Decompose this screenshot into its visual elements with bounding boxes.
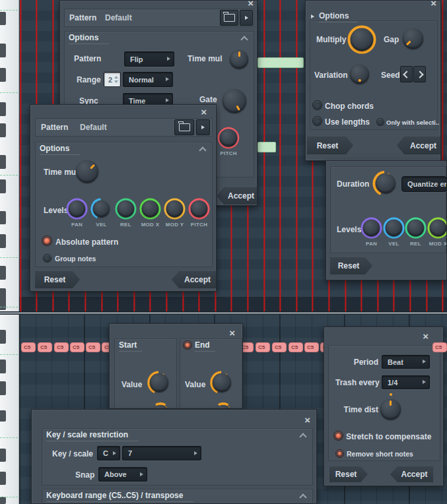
use-lengths-radio[interactable] — [313, 117, 322, 125]
trash-every-select[interactable]: 1/4 — [382, 375, 430, 389]
chop-chords-radio[interactable] — [313, 101, 322, 110]
black-key[interactable] — [0, 211, 6, 224]
note-c5[interactable]: C5 — [86, 342, 100, 352]
black-key[interactable] — [0, 102, 6, 116]
reset-button[interactable]: Reset — [35, 271, 80, 288]
period-select[interactable]: Beat — [382, 355, 430, 369]
black-key[interactable] — [0, 123, 6, 137]
range-mode-select[interactable]: Normal — [123, 72, 173, 87]
multiply-knob[interactable] — [347, 24, 377, 55]
note-c5[interactable]: C5 — [21, 342, 36, 352]
variation-knob[interactable] — [349, 64, 370, 84]
pattern-value[interactable]: Default — [80, 123, 107, 132]
note-c5[interactable]: C5 — [256, 342, 270, 352]
black-key[interactable] — [0, 449, 6, 462]
note-c5[interactable]: C5 — [272, 342, 287, 352]
black-key[interactable] — [0, 155, 6, 169]
close-icon[interactable]: × — [248, 0, 254, 7]
pattern-menu-button[interactable] — [240, 10, 253, 26]
note-c5[interactable]: C5 — [70, 342, 85, 352]
level-rel-knob[interactable] — [115, 198, 137, 220]
black-key[interactable] — [0, 12, 6, 25]
black-key[interactable] — [0, 360, 6, 373]
duration-knob[interactable] — [372, 170, 399, 197]
gate-knob[interactable] — [222, 88, 247, 113]
reset-button[interactable]: Reset — [330, 257, 372, 274]
stretch-label: Stretch to compensate — [346, 432, 431, 441]
pattern-menu-button[interactable] — [196, 119, 210, 135]
black-key[interactable] — [0, 179, 6, 193]
note-c5[interactable]: C5 — [54, 342, 69, 352]
time-mul-knob[interactable] — [75, 160, 99, 183]
accept-button[interactable]: Accept — [172, 271, 217, 288]
black-key[interactable] — [0, 472, 6, 485]
remove-short-radio[interactable] — [336, 450, 343, 457]
pitch-knob[interactable] — [217, 127, 240, 149]
collapse-chevron-icon[interactable] — [299, 433, 306, 440]
gap-knob[interactable] — [402, 28, 424, 49]
accept-button[interactable]: Accept — [217, 187, 258, 205]
options-collapse-icon[interactable] — [311, 15, 314, 18]
close-icon[interactable]: × — [304, 416, 310, 424]
open-pattern-button[interactable] — [220, 10, 238, 26]
level-modx-knob[interactable] — [427, 217, 447, 239]
reset-button[interactable]: Reset — [307, 137, 353, 154]
start-value-knob[interactable] — [147, 370, 172, 395]
group-notes-radio[interactable] — [44, 255, 51, 262]
level-pan-knob[interactable] — [66, 198, 88, 220]
absolute-pattern-radio[interactable] — [42, 236, 52, 245]
snap-select[interactable]: Above — [98, 467, 147, 482]
stretch-radio[interactable] — [334, 431, 343, 440]
collapse-chevron-icon[interactable] — [240, 36, 248, 43]
note-c5[interactable]: C5 — [289, 342, 303, 352]
close-icon[interactable]: × — [423, 332, 429, 340]
note-c5[interactable]: C5 — [304, 342, 319, 352]
end-range-knob[interactable] — [212, 402, 234, 409]
time-mul-knob[interactable] — [229, 49, 249, 69]
seed-next-button[interactable] — [413, 66, 426, 82]
black-key[interactable] — [0, 68, 6, 82]
collapse-chevron-icon[interactable] — [299, 493, 306, 501]
spinner-up-icon[interactable] — [114, 76, 118, 79]
open-pattern-button[interactable] — [174, 119, 194, 135]
note[interactable] — [258, 142, 276, 152]
pattern-value[interactable]: Default — [105, 13, 132, 22]
seed-prev-button[interactable] — [400, 66, 413, 82]
scale-select[interactable]: 7 — [122, 446, 201, 460]
pattern-select[interactable]: Flip — [124, 51, 174, 67]
reset-button[interactable]: Reset — [329, 466, 368, 482]
note-c5[interactable]: C5 — [38, 342, 52, 352]
end-value-knob[interactable] — [209, 370, 234, 395]
accept-button[interactable]: Accept — [397, 137, 441, 154]
black-key[interactable] — [0, 410, 6, 422]
level-vel-knob[interactable] — [383, 217, 405, 239]
level-rel-knob[interactable] — [405, 217, 427, 239]
quantize-end-button[interactable]: Quantize end — [401, 176, 447, 192]
note[interactable] — [258, 57, 304, 68]
black-key[interactable] — [0, 266, 6, 280]
black-key[interactable] — [0, 330, 6, 344]
black-key[interactable] — [0, 44, 6, 57]
level-mody-knob[interactable] — [164, 198, 186, 220]
only-selection-radio[interactable] — [377, 119, 384, 125]
octave-marker-line — [0, 10, 18, 11]
time-dist-knob[interactable] — [380, 398, 401, 420]
key-select[interactable]: C — [97, 446, 120, 460]
black-key[interactable] — [0, 381, 6, 395]
black-key[interactable] — [0, 497, 6, 504]
close-icon[interactable]: × — [201, 108, 207, 116]
start-range-knob[interactable] — [149, 402, 172, 409]
collapse-chevron-icon[interactable] — [199, 146, 206, 154]
level-pan-knob[interactable] — [361, 217, 382, 239]
end-radio[interactable] — [184, 341, 191, 349]
level-pitch-knob[interactable] — [188, 198, 210, 220]
close-icon[interactable]: × — [430, 0, 436, 7]
spinner-down-icon[interactable] — [114, 80, 118, 83]
range-spinner[interactable]: 2 — [104, 72, 121, 87]
level-vel-knob[interactable] — [90, 198, 112, 220]
close-icon[interactable]: × — [229, 329, 235, 337]
accept-button[interactable]: Accept — [390, 466, 433, 482]
note-c5[interactable]: C5 — [432, 342, 447, 352]
level-modx-knob[interactable] — [139, 198, 161, 220]
black-key[interactable] — [0, 234, 6, 248]
